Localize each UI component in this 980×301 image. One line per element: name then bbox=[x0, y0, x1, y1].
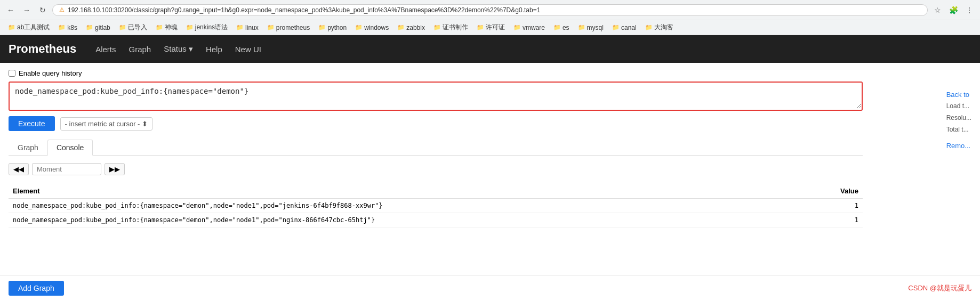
bookmark-label: jenkins语法 bbox=[195, 23, 228, 32]
bookmark-label: linux bbox=[245, 24, 259, 31]
next-button[interactable]: ▶▶ bbox=[105, 163, 125, 175]
element-col-header: Element bbox=[9, 184, 807, 199]
bookmark-label: k8s bbox=[67, 24, 77, 31]
execute-row: Execute - insert metric at cursor - ⬍ bbox=[9, 116, 863, 131]
bookmarks-bar: (function(){ const data = JSON.parse(doc… bbox=[0, 20, 980, 35]
nav-alerts[interactable]: Alerts bbox=[89, 35, 122, 63]
folder-icon: 📁 bbox=[236, 24, 244, 31]
bookmark-label: prometheus bbox=[276, 24, 310, 31]
resolution-text: Resolu... bbox=[946, 112, 971, 124]
folder-icon: 📁 bbox=[318, 24, 326, 31]
forward-button[interactable]: → bbox=[20, 4, 33, 17]
tabs: Graph Console bbox=[9, 140, 863, 156]
bookmark-star-button[interactable]: ☆ bbox=[931, 4, 944, 17]
result-table: Element Value node_namespace_pod:kube_po… bbox=[9, 184, 863, 227]
bookmark-item[interactable]: 📁k8s bbox=[54, 23, 81, 32]
element-cell: node_namespace_pod:kube_pod_info:{namesp… bbox=[9, 213, 807, 227]
bookmark-item[interactable]: 📁canal bbox=[608, 23, 640, 32]
bookmark-item[interactable]: 📁python bbox=[315, 23, 350, 32]
bookmark-item[interactable]: 📁证书制作 bbox=[430, 22, 472, 33]
bookmark-label: windows bbox=[364, 24, 389, 31]
nav-graph[interactable]: Graph bbox=[123, 35, 158, 63]
nav-status[interactable]: Status ▾ bbox=[157, 35, 199, 63]
top-row: Enable query history bbox=[9, 69, 863, 77]
query-history-label[interactable]: Enable query history bbox=[9, 69, 82, 77]
prev-button[interactable]: ◀◀ bbox=[9, 163, 29, 175]
nav-new-ui[interactable]: New UI bbox=[229, 35, 268, 63]
right-info: Back to Load t... Resolu... Total t... R… bbox=[946, 88, 971, 152]
bookmark-item[interactable]: 📁gitlab bbox=[82, 23, 114, 32]
execute-button[interactable]: Execute bbox=[9, 116, 55, 131]
metric-select[interactable]: - insert metric at cursor - ⬍ bbox=[60, 117, 153, 131]
table-row: node_namespace_pod:kube_pod_info:{namesp… bbox=[9, 213, 863, 227]
bookmark-label: es bbox=[563, 24, 569, 31]
folder-icon: 📁 bbox=[119, 24, 126, 31]
address-text: 192.168.10.100:30200/classic/graph?g0.ra… bbox=[68, 6, 921, 14]
folder-icon: 📁 bbox=[612, 24, 620, 31]
nav-help[interactable]: Help bbox=[199, 35, 229, 63]
tab-graph[interactable]: Graph bbox=[9, 140, 47, 155]
graph-controls: ◀◀ ▶▶ bbox=[9, 163, 863, 175]
query-history-text: Enable query history bbox=[19, 69, 82, 77]
bookmark-label: canal bbox=[621, 24, 637, 31]
load-time-text: Load t... bbox=[946, 101, 971, 112]
bookmark-item[interactable]: 📁大淘客 bbox=[641, 22, 677, 33]
query-history-checkbox[interactable] bbox=[9, 70, 15, 77]
value-col-header: Value bbox=[807, 184, 863, 199]
menu-button[interactable]: ⋮ bbox=[963, 4, 976, 17]
extensions-button[interactable]: 🧩 bbox=[947, 4, 960, 17]
bookmark-item[interactable]: 📁jenkins语法 bbox=[182, 22, 231, 33]
bookmark-label: 许可证 bbox=[486, 23, 505, 32]
folder-icon: 📁 bbox=[355, 24, 363, 31]
bookmark-item[interactable]: 📁zabbix bbox=[393, 23, 429, 32]
folder-icon: 📁 bbox=[397, 24, 405, 31]
query-textarea[interactable] bbox=[10, 83, 862, 108]
folder-icon: 📁 bbox=[513, 24, 521, 31]
folder-icon: 📁 bbox=[156, 24, 163, 31]
bookmark-item[interactable]: 📁linux bbox=[232, 23, 262, 32]
bookmark-label: mysql bbox=[587, 24, 604, 31]
bookmark-item[interactable]: 📁windows bbox=[351, 23, 392, 32]
bookmark-item[interactable]: 📁ab工具测试 bbox=[4, 22, 53, 33]
query-input-container bbox=[9, 82, 863, 111]
folder-icon: 📁 bbox=[8, 24, 15, 31]
bookmark-item[interactable]: 📁vmware bbox=[510, 23, 549, 32]
folder-icon: 📁 bbox=[433, 24, 441, 31]
bookmark-item[interactable]: 📁mysql bbox=[574, 23, 607, 32]
moment-input[interactable] bbox=[32, 163, 101, 175]
bookmark-label: 已导入 bbox=[128, 23, 147, 32]
lock-icon: ⚠ bbox=[59, 6, 65, 13]
back-to-link[interactable]: Back to bbox=[946, 91, 969, 99]
metric-select-label: - insert metric at cursor - bbox=[65, 120, 140, 128]
bookmark-item[interactable]: 📁许可证 bbox=[473, 22, 509, 33]
total-time-text: Total t... bbox=[946, 124, 971, 136]
folder-icon: 📁 bbox=[578, 24, 585, 31]
folder-icon: 📁 bbox=[186, 24, 194, 31]
folder-icon: 📁 bbox=[645, 24, 653, 31]
bookmark-label: vmware bbox=[523, 24, 545, 31]
folder-icon: 📁 bbox=[86, 24, 93, 31]
bookmark-label: gitlab bbox=[95, 24, 110, 31]
bookmark-label: zabbix bbox=[406, 24, 425, 31]
bookmark-label: 证书制作 bbox=[443, 23, 468, 32]
bookmark-item[interactable]: 📁已导入 bbox=[115, 22, 151, 33]
folder-icon: 📁 bbox=[58, 24, 66, 31]
bookmark-item[interactable]: 📁es bbox=[550, 23, 573, 32]
chevron-icon: ⬍ bbox=[142, 120, 148, 128]
value-cell: 1 bbox=[807, 213, 863, 227]
bookmark-label: 大淘客 bbox=[654, 23, 673, 32]
value-cell: 1 bbox=[807, 199, 863, 213]
address-bar[interactable]: ⚠ 192.168.10.100:30200/classic/graph?g0.… bbox=[52, 4, 928, 16]
bookmark-item[interactable]: 📁prometheus bbox=[263, 23, 314, 32]
main-content: Enable query history Back to Load t... R… bbox=[0, 63, 980, 234]
table-row: node_namespace_pod:kube_pod_info:{namesp… bbox=[9, 199, 863, 213]
browser-bar: ← → ↻ ⚠ 192.168.10.100:30200/classic/gra… bbox=[0, 0, 980, 20]
tab-console[interactable]: Console bbox=[47, 140, 93, 156]
back-button[interactable]: ← bbox=[4, 4, 17, 17]
remove-link[interactable]: Remo... bbox=[946, 140, 971, 152]
element-cell: node_namespace_pod:kube_pod_info:{namesp… bbox=[9, 199, 807, 213]
reload-button[interactable]: ↻ bbox=[36, 4, 49, 17]
folder-icon: 📁 bbox=[553, 24, 561, 31]
bookmark-item[interactable]: 📁神魂 bbox=[152, 22, 181, 33]
bookmark-label: ab工具测试 bbox=[17, 23, 50, 32]
